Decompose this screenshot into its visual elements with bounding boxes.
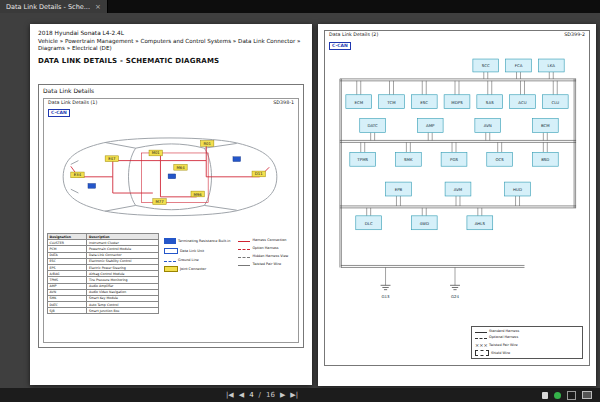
svg-text:D11: D11 bbox=[255, 171, 263, 176]
can-module-box: TCM bbox=[379, 95, 405, 109]
can-module-box: AMP bbox=[417, 119, 443, 133]
legend-item: Twisted Pair Wire bbox=[475, 342, 579, 348]
page-left: 2018 Hyundai Sonata L4-2.4L Vehicle » Po… bbox=[30, 24, 312, 385]
vehicle-line: 2018 Hyundai Sonata L4-2.4L bbox=[38, 30, 124, 36]
status-dot-icon[interactable] bbox=[554, 392, 561, 399]
last-page-button[interactable]: ▶| bbox=[290, 391, 298, 399]
connector-tag: M64 bbox=[174, 164, 187, 170]
svg-text:HUD: HUD bbox=[513, 187, 522, 192]
legend-label: Joint Connector bbox=[180, 267, 206, 271]
tab-close-icon[interactable]: × bbox=[95, 3, 101, 11]
legend-item: Data Link Unit bbox=[164, 248, 230, 254]
page-title: DATA LINK DETAILS - SCHEMATIC DIAGRAMS bbox=[38, 57, 219, 65]
window-icon[interactable] bbox=[582, 391, 592, 399]
legend-item: Terminating Resistance Built-in bbox=[164, 238, 230, 244]
page-number-input[interactable]: 4 bbox=[249, 391, 253, 399]
svg-text:4WD: 4WD bbox=[420, 221, 429, 226]
legend-label: Shield Wire bbox=[491, 351, 510, 355]
svg-text:TPMS: TPMS bbox=[356, 157, 368, 162]
module-marker bbox=[168, 174, 176, 179]
can-module-box: MDPS bbox=[444, 95, 470, 109]
legend-label: Data Link Unit bbox=[180, 249, 204, 253]
legend-item: Optional Harness bbox=[475, 335, 579, 339]
connector-tag: M96 bbox=[191, 191, 204, 197]
legend-label: Standard Harness bbox=[489, 329, 519, 333]
document-icon[interactable] bbox=[542, 392, 548, 399]
can-module-box: AVN bbox=[475, 119, 501, 133]
connector-tag: D11 bbox=[252, 171, 265, 177]
svg-text:DATC: DATC bbox=[367, 124, 378, 129]
svg-text:EPB: EPB bbox=[395, 187, 403, 192]
dash-blue-icon bbox=[164, 261, 176, 262]
can-module-box: HUD bbox=[505, 182, 531, 196]
can-module-box: SAS bbox=[477, 95, 503, 109]
svg-text:M64: M64 bbox=[176, 165, 185, 170]
can-module-box: BCM bbox=[532, 119, 558, 133]
page-navigation: |◀ ◀ 4 / 16 ▶ ▶| bbox=[226, 388, 298, 402]
svg-text:R01: R01 bbox=[203, 141, 211, 146]
can-module-box: DATC bbox=[360, 119, 386, 133]
schematic-legend: Standard HarnessOptional HarnessTwisted … bbox=[471, 326, 583, 360]
can-module-box: ESC bbox=[411, 95, 437, 109]
symbol-legend: Terminating Resistance Built-inData Link… bbox=[164, 233, 295, 339]
line-gray-icon bbox=[238, 265, 250, 266]
solid-line-icon bbox=[475, 332, 487, 333]
vehicle-harness-diagram: E34 E47 M01 M64 M77 M96 R01 D11 bbox=[46, 116, 294, 230]
diagram-1-frame: Data Link Details (1) SD398-1 C-CAN bbox=[43, 98, 299, 343]
diagram-1-code: SD398-1 bbox=[273, 100, 294, 105]
can-module-box: TPMS bbox=[350, 152, 376, 166]
can-module-box: BSD bbox=[532, 152, 558, 166]
svg-text:E47: E47 bbox=[108, 156, 116, 161]
module-marker bbox=[88, 183, 96, 188]
svg-text:PGS: PGS bbox=[450, 157, 458, 162]
prev-page-button[interactable]: ◀ bbox=[239, 391, 244, 399]
can-module-box: CLU bbox=[542, 95, 568, 109]
svg-text:DLC: DLC bbox=[365, 221, 373, 226]
table-cell: Smart Junction Box bbox=[87, 308, 159, 314]
svg-text:AVN: AVN bbox=[484, 124, 492, 129]
document-tab[interactable]: Data Link Details - Sche... × bbox=[0, 0, 108, 13]
svg-text:AHLS: AHLS bbox=[475, 221, 486, 226]
tray-icons bbox=[542, 388, 592, 402]
module-marker bbox=[233, 157, 241, 162]
can-module-box: AVM bbox=[445, 182, 471, 196]
box-blue-solid-icon bbox=[164, 238, 176, 244]
legend-label: Harness Connection bbox=[252, 238, 286, 242]
page-total: 16 bbox=[266, 391, 275, 399]
shield-line-icon bbox=[475, 350, 489, 356]
legend-area: Designation Description CLUSTERInstrumen… bbox=[47, 233, 295, 339]
table-cell: SJB bbox=[48, 308, 87, 314]
can-module-box: PGS bbox=[441, 152, 467, 166]
svg-text:BCM: BCM bbox=[541, 124, 550, 129]
legend-label: Ground Line bbox=[178, 258, 199, 262]
dash-red-icon bbox=[238, 249, 250, 250]
viewer-canvas[interactable]: 2018 Hyundai Sonata L4-2.4L Vehicle » Po… bbox=[0, 13, 600, 388]
page-separator: / bbox=[259, 391, 261, 399]
section-label: Data Link Details bbox=[43, 87, 94, 94]
can-module-box: DLC bbox=[356, 216, 382, 230]
svg-text:M77: M77 bbox=[155, 199, 164, 204]
svg-text:ESC: ESC bbox=[420, 100, 428, 105]
bottom-toolbar: |◀ ◀ 4 / 16 ▶ ▶| bbox=[0, 388, 600, 402]
grid-icon[interactable] bbox=[567, 391, 576, 400]
can-bus-schematic: SCC FCA LKA ECM TCM ESC MDPS SAS ACU CLU… bbox=[326, 52, 588, 336]
svg-text:ECM: ECM bbox=[354, 100, 363, 105]
next-page-button[interactable]: ▶ bbox=[280, 391, 285, 399]
legend-label: Option Harness bbox=[252, 246, 278, 250]
diagram-2-code: SD399-2 bbox=[564, 32, 585, 37]
first-page-button[interactable]: |◀ bbox=[226, 391, 234, 399]
svg-text:BSD: BSD bbox=[541, 157, 549, 162]
connector-tag: E34 bbox=[71, 172, 84, 178]
dash-gray-icon bbox=[238, 257, 250, 258]
diagram-1-title: Data Link Details (1) bbox=[48, 100, 97, 105]
data-link-details-section: Data Link Details Data Link Details (1) … bbox=[38, 84, 304, 348]
svg-text:M96: M96 bbox=[194, 192, 203, 197]
legend-item: Hidden Harness View bbox=[238, 254, 288, 258]
ccan-badge: C-CAN bbox=[329, 42, 351, 50]
can-module-box: ECM bbox=[346, 95, 372, 109]
svg-text:ACU: ACU bbox=[518, 100, 526, 105]
can-module-box: SCC bbox=[473, 59, 499, 72]
legend-label: Terminating Resistance Built-in bbox=[178, 239, 230, 243]
svg-text:M01: M01 bbox=[152, 150, 161, 155]
legend-item: Shield Wire bbox=[475, 350, 579, 356]
